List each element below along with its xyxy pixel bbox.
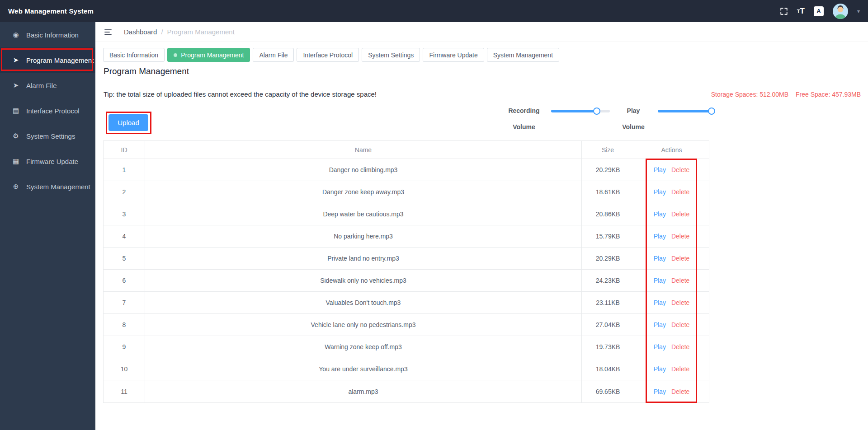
tab-firmware-update[interactable]: Firmware Update xyxy=(423,48,484,62)
header-id: ID xyxy=(104,141,145,159)
delete-link[interactable]: Delete xyxy=(671,210,689,218)
header-size: Size xyxy=(582,141,634,159)
cell-actions: Play Delete xyxy=(634,203,709,225)
cell-name: Vehicle lane only no pedestrians.mp3 xyxy=(145,314,582,336)
grid-icon: ▦ xyxy=(11,157,20,165)
sidebar-item-interface-protocol[interactable]: ▤ Interface Protocol xyxy=(0,98,95,123)
table-row: 3 Deep water be cautious.mp3 20.86KB Pla… xyxy=(104,203,709,225)
cell-actions: Play Delete xyxy=(634,358,709,380)
cell-id: 6 xyxy=(104,270,145,291)
delete-link[interactable]: Delete xyxy=(671,277,689,284)
play-link[interactable]: Play xyxy=(654,321,666,328)
slider-fill xyxy=(658,110,712,112)
delete-link[interactable]: Delete xyxy=(671,343,689,351)
delete-link[interactable]: Delete xyxy=(671,233,689,240)
cell-size: 20.29KB xyxy=(582,248,634,269)
slider-thumb[interactable] xyxy=(708,108,715,115)
tab-program-management[interactable]: Program Management xyxy=(167,48,250,62)
play-link[interactable]: Play xyxy=(654,233,666,240)
cell-actions: Play Delete xyxy=(634,380,709,402)
page-title: Program Management xyxy=(104,66,189,76)
font-scale-icon[interactable]: A xyxy=(814,6,824,16)
cell-actions: Play Delete xyxy=(634,248,709,269)
cell-id: 4 xyxy=(104,225,145,247)
cell-size: 27.04KB xyxy=(582,314,634,336)
topbar: Web Management System TT A ▾ xyxy=(0,0,868,22)
table-row: 5 Private land no entry.mp3 20.29KB Play… xyxy=(104,248,709,270)
app-title: Web Management System xyxy=(8,7,94,15)
tab-basic-information[interactable]: Basic Information xyxy=(103,48,165,62)
cell-name: Warning zone keep off.mp3 xyxy=(145,336,582,358)
upload-button[interactable]: Upload xyxy=(108,114,148,131)
play-link[interactable]: Play xyxy=(654,166,666,173)
cell-id: 9 xyxy=(104,336,145,358)
table-row: 11 alarm.mp3 69.65KB Play Delete xyxy=(104,380,709,402)
table-row: 1 Danger no climbing.mp3 20.29KB Play De… xyxy=(104,159,709,181)
cell-name: Danger zone keep away.mp3 xyxy=(145,181,582,203)
gauge-icon: ◉ xyxy=(11,31,20,39)
cell-size: 20.29KB xyxy=(582,159,634,181)
cell-size: 20.86KB xyxy=(582,203,634,225)
table-row: 7 Valuables Don't touch.mp3 23.11KB Play… xyxy=(104,292,709,314)
cell-size: 18.04KB xyxy=(582,358,634,380)
active-tab-dot xyxy=(174,53,177,57)
cell-id: 8 xyxy=(104,314,145,336)
font-size-small-t: T xyxy=(797,9,800,14)
cell-actions: Play Delete xyxy=(634,292,709,313)
tab-alarm-file[interactable]: Alarm File xyxy=(253,48,294,62)
play-link[interactable]: Play xyxy=(654,210,666,218)
cell-name: alarm.mp3 xyxy=(145,380,582,402)
cell-size: 23.11KB xyxy=(582,292,634,313)
sidebar-item-system-settings[interactable]: ⚙ System Settings xyxy=(0,123,95,149)
slider-fill xyxy=(551,110,597,112)
free-space-value: Free Space: 457.93MB xyxy=(796,91,861,98)
send-icon: ➤ xyxy=(11,81,20,89)
caret-down-icon[interactable]: ▾ xyxy=(857,8,860,14)
delete-link[interactable]: Delete xyxy=(671,188,689,196)
delete-link[interactable]: Delete xyxy=(671,365,689,373)
cell-actions: Play Delete xyxy=(634,336,709,358)
tab-interface-protocol[interactable]: Interface Protocol xyxy=(297,48,359,62)
table-header: ID Name Size Actions xyxy=(104,141,709,159)
cell-size: 15.79KB xyxy=(582,225,634,247)
breadcrumb-dashboard[interactable]: Dashboard xyxy=(124,28,157,36)
delete-link[interactable]: Delete xyxy=(671,388,689,395)
play-link[interactable]: Play xyxy=(654,188,666,196)
delete-link[interactable]: Delete xyxy=(671,321,689,328)
slider-thumb[interactable] xyxy=(593,108,600,115)
tab-system-management[interactable]: System Management xyxy=(487,48,559,62)
topbar-actions: TT A ▾ xyxy=(780,4,860,19)
play-link[interactable]: Play xyxy=(654,277,666,284)
cell-name: Valuables Don't touch.mp3 xyxy=(145,292,582,313)
play-link[interactable]: Play xyxy=(654,299,666,306)
delete-link[interactable]: Delete xyxy=(671,299,689,306)
font-size-icon[interactable]: TT xyxy=(797,7,805,16)
sidebar-item-program-management[interactable]: ➤ Program Management xyxy=(0,47,95,73)
sidebar-item-alarm-file[interactable]: ➤ Alarm File xyxy=(0,73,95,98)
cell-size: 18.61KB xyxy=(582,181,634,203)
fullscreen-icon[interactable] xyxy=(780,7,788,15)
delete-link[interactable]: Delete xyxy=(671,166,689,173)
cell-name: You are under surveillance.mp3 xyxy=(145,358,582,380)
menu-toggle-icon[interactable] xyxy=(104,28,112,36)
cell-id: 2 xyxy=(104,181,145,203)
breadcrumb: Dashboard / Program Management xyxy=(124,28,235,36)
sidebar-item-system-management[interactable]: ⊕ System Management xyxy=(0,174,95,199)
sidebar-item-firmware-update[interactable]: ▦ Firmware Update xyxy=(0,149,95,174)
cell-id: 3 xyxy=(104,203,145,225)
delete-link[interactable]: Delete xyxy=(671,255,689,262)
sidebar: ◉ Basic Information ➤ Program Management… xyxy=(0,22,95,430)
play-link[interactable]: Play xyxy=(654,255,666,262)
cell-name: Deep water be cautious.mp3 xyxy=(145,203,582,225)
sidebar-item-basic-information[interactable]: ◉ Basic Information xyxy=(0,22,95,47)
header-name: Name xyxy=(145,141,582,159)
cell-name: Private land no entry.mp3 xyxy=(145,248,582,269)
avatar[interactable] xyxy=(833,4,848,19)
recording-volume-slider[interactable] xyxy=(551,110,610,112)
play-link[interactable]: Play xyxy=(654,365,666,373)
play-link[interactable]: Play xyxy=(654,343,666,351)
play-volume-slider[interactable] xyxy=(658,110,714,112)
tab-system-settings[interactable]: System Settings xyxy=(362,48,420,62)
cell-size: 69.65KB xyxy=(582,380,634,402)
play-link[interactable]: Play xyxy=(654,388,666,395)
